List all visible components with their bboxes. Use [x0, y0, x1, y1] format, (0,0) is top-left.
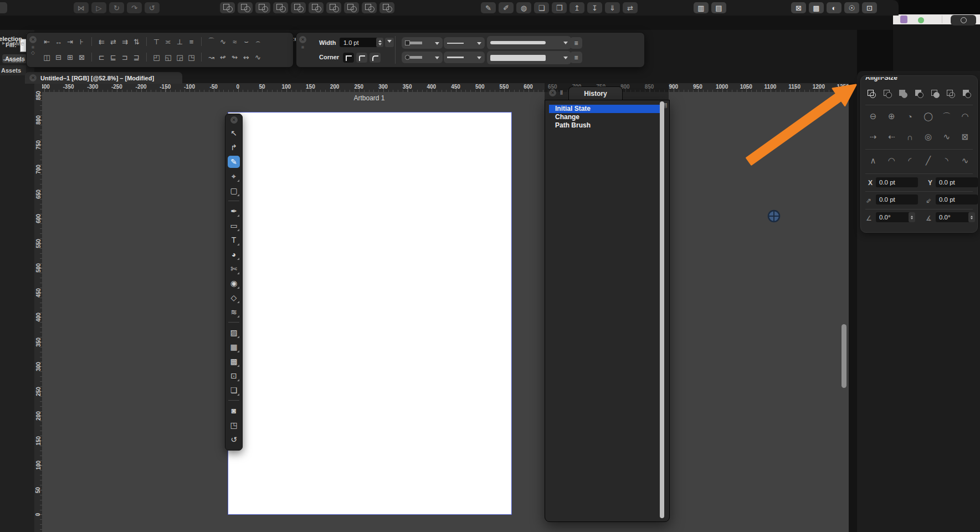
duplicate-tool[interactable]: ❏ — [228, 384, 240, 396]
corner-miter-button[interactable] — [343, 53, 354, 63]
disclosure-triangle-icon[interactable]: ▼ — [2, 58, 6, 62]
arc-icon[interactable]: ⌒ — [940, 110, 953, 122]
distribute-middle-icon[interactable]: ⊑ — [107, 51, 119, 63]
width-field[interactable]: 0.0 pt — [876, 195, 918, 204]
distribute-v-gaps-icon[interactable]: ⊒ — [131, 51, 142, 63]
trim-icon[interactable] — [326, 2, 341, 13]
edit-outside-icon[interactable]: ✐ — [499, 2, 514, 13]
panel-drag-handle-icon[interactable]: ‖ — [560, 90, 563, 96]
fill-tool[interactable]: ◕ — [228, 248, 240, 260]
close-icon[interactable]: ✕ — [29, 74, 37, 81]
align-center-h-icon[interactable]: ↔ — [53, 35, 64, 48]
dash-style-dropdown[interactable] — [444, 37, 485, 49]
delete-path-icon[interactable]: ⊠ — [958, 131, 972, 143]
align-top-icon[interactable]: ⊤ — [151, 35, 162, 48]
align-left-icon[interactable]: ⇤ — [41, 35, 53, 48]
stroke-width-dropdown[interactable] — [385, 38, 394, 47]
exclude-icon[interactable] — [930, 89, 940, 98]
document-tab[interactable]: ✕ Untitled–1 [RGB] [@52.8%] – [Modified] — [25, 72, 182, 84]
y-field[interactable]: 0.0 pt — [936, 177, 978, 187]
curve-align-2-icon[interactable]: ∿ — [217, 35, 229, 48]
stroke-settings-button-2[interactable]: ≡ — [570, 52, 582, 63]
merge-icon[interactable] — [309, 2, 324, 13]
panel-collapse-icon[interactable]: ◇ — [31, 51, 35, 54]
skew-stepper[interactable] — [968, 212, 975, 222]
add-anchor-icon[interactable]: ⊕ — [885, 110, 898, 122]
focus-mode-icon[interactable]: ⊡ — [862, 2, 877, 13]
history-panel-header[interactable]: ✕ ‖ History — [545, 86, 669, 100]
curve-distribute-1-icon[interactable]: ↝ — [206, 51, 217, 63]
frame-tool[interactable]: ⊡ — [228, 370, 240, 382]
align-bottom-icon[interactable]: ⊥ — [174, 35, 186, 48]
reverse-path-right-icon[interactable]: ⇢ — [866, 131, 880, 143]
marquee-tool[interactable]: ▢ — [228, 185, 240, 197]
x-field[interactable]: 0.0 pt — [876, 177, 918, 187]
size-top-icon[interactable]: ◰ — [151, 51, 162, 63]
rotate-cw-icon[interactable]: ↷ — [127, 2, 142, 13]
distribute-left-icon[interactable]: ⇇ — [96, 35, 107, 48]
show-panels-icon[interactable]: ▥ — [694, 2, 709, 13]
merge-icon[interactable] — [898, 89, 908, 98]
time-icon[interactable]: ☉ — [844, 2, 859, 13]
start-marker-dropdown[interactable] — [402, 37, 443, 49]
arc-segment-icon[interactable]: ◝ — [940, 155, 953, 167]
panel-handle-icon[interactable]: ≡ — [301, 45, 304, 49]
stroke-width-field[interactable]: 1.0 pt — [340, 38, 378, 47]
export-icon[interactable]: ⊠ — [791, 2, 806, 13]
tools-divider[interactable] — [228, 400, 239, 401]
close-path-icon[interactable]: ◔ — [903, 110, 916, 122]
smooth-point-icon[interactable]: ◠ — [885, 155, 898, 167]
corner-point-icon[interactable]: ∧ — [866, 155, 880, 167]
history-item[interactable]: Change — [549, 113, 663, 121]
size-baseline-icon[interactable]: ◳ — [186, 51, 197, 63]
end-marker-dropdown[interactable] — [402, 52, 443, 63]
align-middle-icon[interactable]: ≍ — [162, 35, 174, 48]
flatten-icon[interactable] — [379, 2, 394, 13]
corner-bevel-button[interactable] — [356, 53, 367, 63]
settings-tool[interactable]: ◙ — [228, 405, 240, 417]
tools-divider[interactable] — [228, 201, 239, 201]
corner-round-button[interactable] — [370, 53, 381, 63]
mesh-tool[interactable]: ≋ — [228, 306, 240, 318]
stroke-width-stepper[interactable] — [376, 38, 383, 47]
send-to-bottom-icon[interactable]: ⇓ — [605, 2, 620, 13]
exclude-icon[interactable] — [273, 2, 288, 13]
history-tab[interactable]: History — [568, 86, 623, 100]
join-paths-icon[interactable]: ∩ — [903, 131, 916, 143]
curve-distribute-3-icon[interactable]: ↬ — [229, 51, 240, 63]
curve-distribute-2-icon[interactable]: ↫ — [217, 51, 229, 63]
subtract-icon[interactable] — [238, 2, 253, 13]
subtract-icon[interactable] — [882, 89, 892, 98]
reset-rotation-icon[interactable]: ↺ — [145, 2, 160, 13]
divide-icon[interactable] — [291, 2, 306, 13]
bring-forward-icon[interactable]: ↥ — [569, 2, 584, 13]
curve-align-4-icon[interactable]: ⌣ — [240, 35, 252, 48]
close-icon[interactable]: ✕ — [549, 89, 556, 96]
distribute-right-icon[interactable]: ⇉ — [119, 35, 131, 48]
align-v-left-icon[interactable]: ◫ — [41, 51, 53, 63]
union-icon[interactable] — [220, 2, 235, 13]
history-item[interactable]: Path Brush — [549, 121, 663, 130]
curve-distribute-4-icon[interactable]: ↭ — [240, 51, 252, 63]
remove-anchor-icon[interactable]: ⊖ — [866, 110, 880, 122]
open-path-icon[interactable]: ◯ — [922, 110, 935, 122]
canvas[interactable]: Artboard 1 — [42, 92, 849, 532]
align-v-key-icon[interactable]: ⊠ — [76, 51, 88, 63]
size-bottom-icon[interactable]: ◲ — [174, 51, 186, 63]
canvas-vertical-scrollbar[interactable] — [842, 324, 846, 388]
align-v-right-icon[interactable]: ⊞ — [64, 51, 76, 63]
direct-select-tool[interactable]: ↱ — [228, 141, 240, 154]
edit-inside-icon[interactable]: ✎ — [481, 2, 496, 13]
arc-handles-icon[interactable]: ◠ — [958, 110, 972, 122]
trim-icon[interactable] — [962, 89, 972, 98]
outline-boolean-icon[interactable] — [344, 2, 359, 13]
curve-distribute-5-icon[interactable]: ∿ — [252, 51, 264, 63]
contrast-mode-icon[interactable]: ◐ — [827, 2, 842, 13]
distribute-bottom-icon[interactable]: ⊐ — [119, 51, 131, 63]
mesh-gradient-tool[interactable]: ▦ — [228, 341, 240, 353]
transparency-grid-icon[interactable]: ▩ — [809, 2, 824, 13]
select-tool[interactable]: ↖ — [228, 127, 240, 139]
close-icon[interactable]: ✕ — [29, 36, 37, 43]
line-segment-icon[interactable]: ╱ — [922, 155, 935, 167]
clipped-toolbar-button[interactable] — [0, 2, 7, 13]
